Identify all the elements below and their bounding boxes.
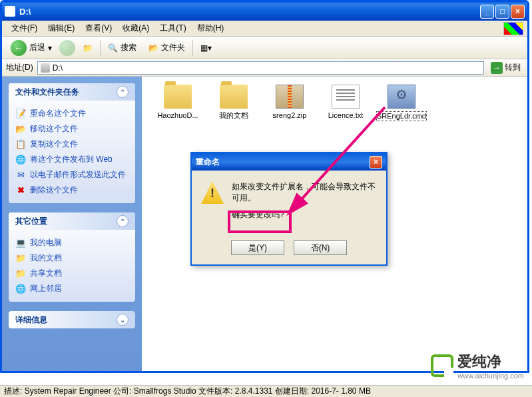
task-item[interactable]: 🌐将这个文件发布到 Web: [15, 152, 129, 167]
task-icon: ✉: [15, 170, 26, 181]
menu-help[interactable]: 帮助(H): [192, 21, 230, 35]
details-header[interactable]: 详细信息 ⌄: [9, 311, 135, 328]
zip-icon: [276, 85, 304, 109]
titlebar[interactable]: D:\ _ □ ×: [2, 2, 527, 21]
minimize-button[interactable]: _: [480, 5, 494, 19]
file-name: 我的文档: [208, 111, 259, 120]
sidebar: 文件和文件夹任务 ⌃ 📝重命名这个文件📂移动这个文件📋复制这个文件🌐将这个文件发…: [2, 77, 142, 371]
menubar: 文件(F) 编辑(E) 查看(V) 收藏(A) 工具(T) 帮助(H): [2, 21, 527, 37]
search-button[interactable]: 🔍 搜索: [103, 39, 141, 56]
details-title: 详细信息: [15, 314, 47, 326]
place-item[interactable]: 📁我的文档: [15, 250, 129, 266]
tasks-body: 📝重命名这个文件📂移动这个文件📋复制这个文件🌐将这个文件发布到 Web✉以电子邮…: [9, 101, 135, 203]
txt-icon: [332, 85, 360, 109]
file-item[interactable]: sreng2.zip: [264, 85, 315, 121]
menu-file[interactable]: 文件(F): [6, 21, 43, 35]
place-icon: 💻: [15, 238, 26, 248]
task-label: 复制这个文件: [30, 139, 78, 150]
task-item[interactable]: 📝重命名这个文件: [15, 106, 129, 121]
window-title: D:\: [19, 7, 480, 17]
task-item[interactable]: ✖删除这个文件: [15, 183, 129, 198]
file-name: sreng2.zip: [264, 111, 315, 120]
task-item[interactable]: 📂移动这个文件: [15, 121, 129, 137]
status-bar: 描述: System Repair Engineer 公司: Smallfrog…: [0, 385, 532, 397]
places-panel: 其它位置 ⌃ 💻我的电脑📁我的文档📁共享文档🌐网上邻居: [9, 212, 135, 302]
watermark-url: www.aichunjing.com: [457, 372, 524, 380]
task-label: 以电子邮件形式发送此文件: [30, 169, 126, 181]
menu-edit[interactable]: 编辑(E): [43, 21, 80, 35]
places-title: 其它位置: [15, 216, 47, 227]
cmd-icon: [388, 85, 415, 109]
back-button[interactable]: ← 后退 ▾: [6, 37, 57, 59]
forward-button[interactable]: [59, 40, 75, 56]
address-input[interactable]: D:\: [37, 61, 484, 75]
file-item[interactable]: 我的文档: [208, 85, 259, 121]
places-body: 💻我的电脑📁我的文档📁共享文档🌐网上邻居: [9, 230, 135, 302]
go-button[interactable]: → 转到: [488, 61, 523, 75]
close-button[interactable]: ×: [511, 5, 525, 19]
dialog-buttons: 是(Y) 否(N): [192, 236, 386, 264]
folder-icon: [164, 85, 192, 109]
folders-button[interactable]: 📂 文件夹: [144, 39, 190, 56]
task-label: 移动这个文件: [30, 123, 78, 135]
window-buttons: _ □ ×: [480, 5, 525, 19]
file-name: HaozhuoD...: [152, 111, 203, 120]
place-item[interactable]: 📁共享文档: [15, 266, 129, 281]
yes-button[interactable]: 是(Y): [231, 240, 284, 255]
expand-icon[interactable]: ⌄: [117, 314, 129, 326]
place-item[interactable]: 💻我的电脑: [15, 235, 129, 250]
menu-view[interactable]: 查看(V): [80, 21, 117, 35]
task-item[interactable]: ✉以电子邮件形式发送此文件: [15, 167, 129, 183]
place-item[interactable]: 🌐网上邻居: [15, 281, 129, 296]
folders-icon: 📂: [148, 43, 158, 53]
drive-icon: [41, 63, 50, 73]
place-icon: 🌐: [15, 284, 26, 294]
file-item[interactable]: HaozhuoD...: [152, 85, 203, 121]
dropdown-icon: ▾: [48, 43, 52, 53]
search-icon: 🔍: [108, 43, 118, 53]
tasks-header[interactable]: 文件和文件夹任务 ⌃: [9, 83, 135, 101]
rename-dialog: 重命名 × 如果改变文件扩展名，可能会导致文件不可用。 确实要更改吗? 是(Y)…: [190, 152, 388, 266]
task-icon: 📝: [15, 109, 26, 119]
back-icon: ←: [11, 40, 27, 56]
places-header[interactable]: 其它位置 ⌃: [9, 212, 135, 230]
dialog-close-button[interactable]: ×: [370, 156, 382, 169]
toolbar: ← 后退 ▾ 📁 🔍 搜索 📂 文件夹 ▦▾: [2, 37, 527, 59]
place-label: 我的文档: [30, 252, 62, 264]
address-label: 地址(D): [6, 62, 33, 73]
collapse-icon[interactable]: ⌃: [117, 86, 129, 98]
task-label: 删除这个文件: [30, 185, 78, 196]
place-label: 我的电脑: [30, 237, 62, 248]
folder-icon: [220, 85, 248, 109]
address-value: D:\: [53, 63, 63, 73]
details-panel: 详细信息 ⌄: [9, 311, 135, 328]
dialog-line2: 确实要更改吗?: [232, 209, 377, 220]
separator: [192, 40, 193, 56]
back-label: 后退: [29, 42, 45, 53]
place-icon: 📁: [15, 268, 26, 279]
dialog-titlebar[interactable]: 重命名 ×: [192, 153, 386, 171]
collapse-icon[interactable]: ⌃: [117, 215, 129, 227]
maximize-button[interactable]: □: [495, 5, 509, 19]
file-item[interactable]: Licence.txt: [320, 85, 371, 121]
task-icon: 🌐: [15, 155, 26, 165]
views-button[interactable]: ▦▾: [196, 41, 216, 55]
place-label: 共享文档: [30, 268, 62, 279]
up-button[interactable]: 📁: [78, 41, 97, 55]
watermark-brand: 爱纯净: [457, 352, 524, 372]
window-icon: [5, 6, 15, 17]
dialog-body: 如果改变文件扩展名，可能会导致文件不可用。 确实要更改吗?: [192, 171, 386, 236]
dialog-line1: 如果改变文件扩展名，可能会导致文件不可用。: [232, 181, 377, 204]
separator: [100, 40, 101, 56]
task-icon: 📂: [15, 124, 26, 135]
file-item[interactable]: SREngLdr.cmd: [376, 85, 427, 121]
dialog-title: 重命名: [196, 157, 220, 168]
menu-favorites[interactable]: 收藏(A): [117, 21, 154, 35]
no-button[interactable]: 否(N): [294, 240, 347, 255]
task-item[interactable]: 📋复制这个文件: [15, 137, 129, 152]
go-icon: →: [491, 62, 503, 74]
menu-tools[interactable]: 工具(T): [154, 21, 191, 35]
watermark-logo-icon: [431, 354, 453, 377]
file-name: Licence.txt: [320, 111, 371, 120]
task-icon: ✖: [15, 185, 26, 196]
